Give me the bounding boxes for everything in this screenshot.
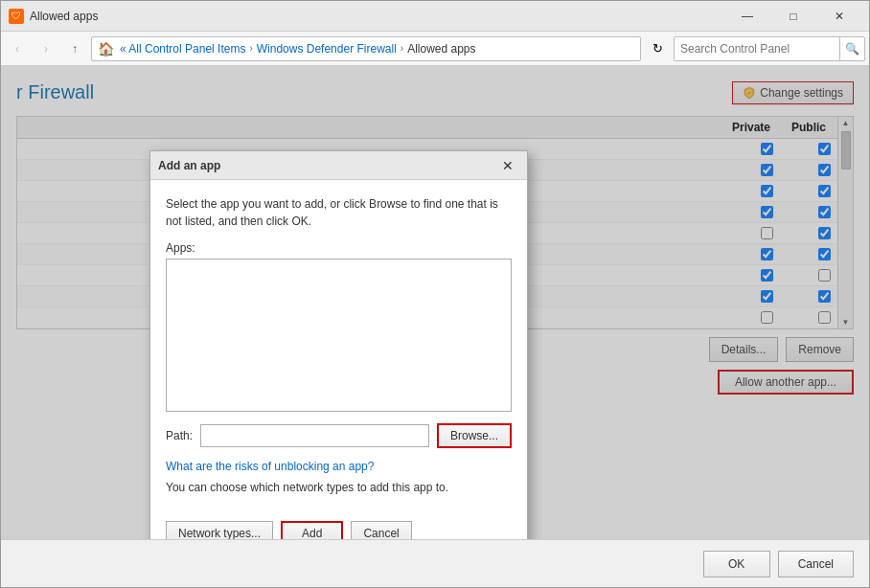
breadcrumb-item-control-panel[interactable]: « All Control Panel Items — [120, 42, 245, 56]
breadcrumb: 🏠 « All Control Panel Items › Windows De… — [91, 36, 641, 61]
window-controls: — □ ✕ — [725, 4, 861, 29]
search-icon[interactable]: 🔍 — [839, 37, 864, 60]
search-box: 🔍 — [674, 36, 865, 61]
breadcrumb-item-firewall[interactable]: Windows Defender Firewall — [257, 42, 397, 56]
path-label: Path: — [166, 429, 193, 442]
search-input[interactable] — [675, 42, 839, 56]
breadcrumb-sep-2: › — [401, 43, 403, 54]
window-icon: 🛡 — [9, 9, 24, 24]
maximize-button[interactable]: □ — [771, 4, 815, 29]
network-types-button[interactable]: Network types... — [166, 521, 273, 539]
breadcrumb-home-icon: 🏠 — [98, 41, 114, 57]
nav-bar: ‹ › ↑ 🏠 « All Control Panel Items › Wind… — [1, 32, 869, 66]
dialog-close-button[interactable]: ✕ — [496, 155, 519, 176]
dialog-title: Add an app — [158, 159, 496, 172]
bottom-cancel-button[interactable]: Cancel — [778, 551, 854, 577]
dialog-title-bar: Add an app ✕ — [150, 151, 527, 180]
path-input[interactable] — [200, 424, 429, 447]
up-button[interactable]: ↑ — [62, 36, 87, 61]
breadcrumb-sep-1: › — [249, 43, 252, 54]
main-window: 🛡 Allowed apps — □ ✕ ‹ › ↑ 🏠 « All Contr… — [0, 0, 870, 588]
breadcrumb-item-allowed-apps: Allowed apps — [407, 42, 475, 56]
close-button[interactable]: ✕ — [817, 4, 861, 29]
window-bottom-bar: OK Cancel — [1, 539, 869, 587]
apps-label: Apps: — [166, 241, 512, 255]
network-info: You can choose which network types to ad… — [166, 481, 512, 494]
forward-button[interactable]: › — [34, 36, 58, 61]
cancel-button[interactable]: Cancel — [351, 521, 411, 539]
dialog-instruction: Select the app you want to add, or click… — [166, 195, 512, 230]
browse-button[interactable]: Browse... — [437, 423, 512, 448]
back-button[interactable]: ‹ — [5, 36, 30, 61]
risks-link[interactable]: What are the risks of unblocking an app? — [166, 460, 512, 473]
minimize-button[interactable]: — — [725, 4, 769, 29]
ok-button[interactable]: OK — [703, 551, 770, 577]
title-bar: 🛡 Allowed apps — □ ✕ — [1, 1, 869, 32]
add-button[interactable]: Add — [281, 521, 343, 539]
path-row: Path: Browse... — [166, 423, 512, 448]
dialog-body: Select the app you want to add, or click… — [150, 180, 527, 521]
window-title: Allowed apps — [30, 10, 725, 23]
main-content: r Firewall ✓ Change settings Private Pu — [1, 66, 869, 539]
refresh-button[interactable]: ↻ — [645, 36, 670, 61]
dialog-footer: Network types... Add Cancel — [150, 521, 527, 539]
add-app-dialog: Add an app ✕ Select the app you want to … — [149, 150, 528, 539]
apps-listbox[interactable] — [166, 259, 512, 412]
